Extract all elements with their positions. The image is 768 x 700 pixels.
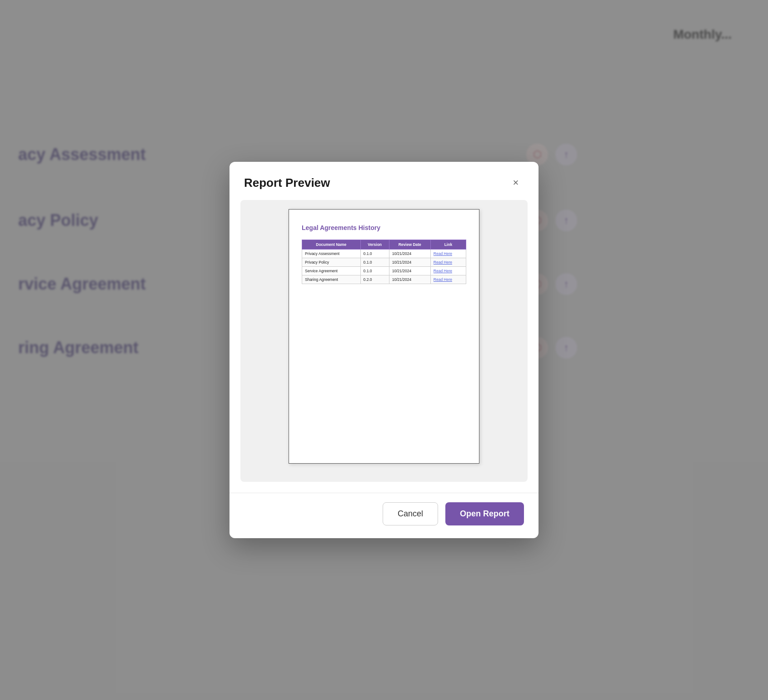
cell-doc-name: Privacy Assessment <box>302 250 361 258</box>
cell-link: Read Here <box>430 258 466 267</box>
cell-version: 0.1.0 <box>360 258 389 267</box>
cancel-button[interactable]: Cancel <box>383 502 438 525</box>
cell-date: 10/21/2024 <box>389 267 430 275</box>
modal-footer: Cancel Open Report <box>229 493 539 538</box>
preview-area: Legal Agreements History Document Name V… <box>240 200 528 482</box>
col-header-document-name: Document Name <box>302 240 361 250</box>
table-row: Sharing Agreement0.2.010/21/2024Read Her… <box>302 275 466 284</box>
cell-link: Read Here <box>430 275 466 284</box>
cell-doc-name: Sharing Agreement <box>302 275 361 284</box>
read-here-link[interactable]: Read Here <box>434 260 452 265</box>
cell-link: Read Here <box>430 267 466 275</box>
cell-date: 10/21/2024 <box>389 258 430 267</box>
cell-version: 0.2.0 <box>360 275 389 284</box>
read-here-link[interactable]: Read Here <box>434 277 452 282</box>
cell-date: 10/21/2024 <box>389 250 430 258</box>
table-row: Privacy Assessment0.1.010/21/2024Read He… <box>302 250 466 258</box>
cell-doc-name: Privacy Policy <box>302 258 361 267</box>
modal-header: Report Preview × <box>229 162 539 200</box>
document-heading: Legal Agreements History <box>302 224 466 231</box>
cell-version: 0.1.0 <box>360 267 389 275</box>
col-header-review-date: Review Date <box>389 240 430 250</box>
table-row: Service Agreement0.1.010/21/2024Read Her… <box>302 267 466 275</box>
cell-link: Read Here <box>430 250 466 258</box>
modal-title: Report Preview <box>244 176 330 190</box>
document-page: Legal Agreements History Document Name V… <box>289 209 479 464</box>
open-report-button[interactable]: Open Report <box>445 502 524 525</box>
cell-doc-name: Service Agreement <box>302 267 361 275</box>
read-here-link[interactable]: Read Here <box>434 269 452 273</box>
read-here-link[interactable]: Read Here <box>434 251 452 256</box>
cell-version: 0.1.0 <box>360 250 389 258</box>
table-row: Privacy Policy0.1.010/21/2024Read Here <box>302 258 466 267</box>
col-header-link: Link <box>430 240 466 250</box>
table-header-row: Document Name Version Review Date Link <box>302 240 466 250</box>
modal-close-button[interactable]: × <box>508 175 524 191</box>
report-preview-modal: Report Preview × Legal Agreements Histor… <box>229 162 539 538</box>
agreements-table: Document Name Version Review Date Link P… <box>302 240 466 284</box>
col-header-version: Version <box>360 240 389 250</box>
modal-body: Legal Agreements History Document Name V… <box>229 200 539 493</box>
cell-date: 10/21/2024 <box>389 275 430 284</box>
